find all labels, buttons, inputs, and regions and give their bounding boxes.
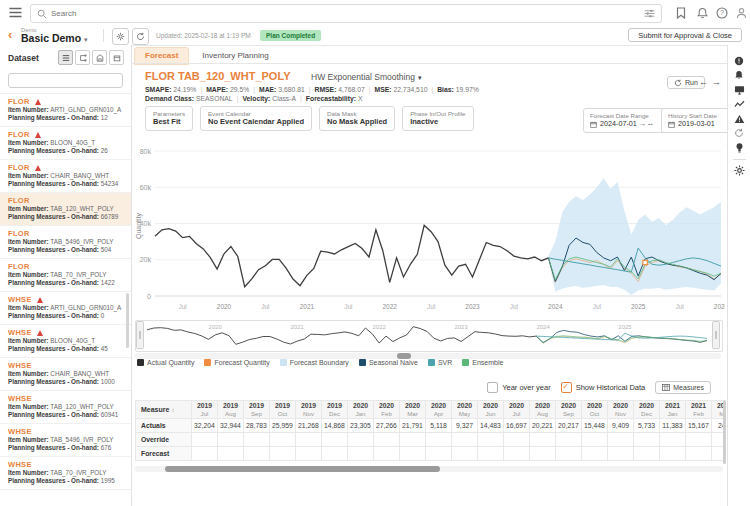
submit-approval-button[interactable]: Submit for Approval & Close	[628, 28, 742, 42]
parameter-card[interactable]: Phase In/Out ProfileInactive	[402, 106, 473, 131]
table-cell[interactable]: 32,944	[218, 419, 244, 433]
table-cell[interactable]	[608, 433, 634, 447]
chart-range-brush[interactable]: 202020212022202320242025	[135, 320, 723, 352]
table-cell[interactable]: 9,409	[608, 419, 634, 433]
global-search[interactable]	[30, 4, 662, 23]
show-historical-checkbox[interactable]: Show Historical Data	[561, 382, 646, 393]
table-cell[interactable]	[686, 433, 712, 447]
checkbox-icon[interactable]	[487, 382, 498, 393]
table-cell[interactable]	[374, 433, 400, 447]
table-cell[interactable]	[348, 447, 374, 461]
legend-item[interactable]: Forecast Boundary	[280, 359, 349, 366]
bookmark-icon[interactable]	[676, 7, 688, 19]
notifications-bell-icon[interactable]	[734, 70, 745, 81]
dataset-item[interactable]: WHSEItem Number: ARTI_GLND_GRN010_APlann…	[0, 292, 131, 325]
back-chevron-icon[interactable]: ‹	[8, 26, 12, 44]
table-cell[interactable]	[556, 433, 582, 447]
table-cell[interactable]	[452, 433, 478, 447]
table-cell[interactable]	[504, 433, 530, 447]
settings-gear-icon[interactable]	[734, 165, 745, 176]
legend-item[interactable]: Actual Quantity	[137, 359, 194, 366]
table-cell[interactable]	[244, 433, 270, 447]
table-cell[interactable]: 28,783	[244, 419, 270, 433]
table-scrollbar[interactable]	[135, 466, 723, 472]
dataset-item[interactable]: WHSEItem Number: TAB_120_WHT_POLYPlannin…	[0, 391, 131, 424]
table-cell[interactable]	[322, 447, 348, 461]
plan-title-block[interactable]: Demo Basic Demo▾	[21, 27, 88, 45]
table-cell[interactable]: 21,268	[296, 419, 322, 433]
table-scrollbar-thumb[interactable]	[165, 466, 440, 472]
location-view-icon[interactable]	[92, 50, 107, 65]
dataset-item[interactable]: WHSEItem Number: TAB_70_IVR_POLYPlanning…	[0, 457, 131, 490]
table-cell[interactable]	[660, 433, 686, 447]
parameter-card[interactable]: Data MaskNo Mask Applied	[319, 106, 395, 131]
table-cell[interactable]: 9,327	[452, 419, 478, 433]
help-icon[interactable]: ?	[716, 7, 728, 19]
dataset-item[interactable]: FLORItem Number: BLOON_40G_TPlanning Mea…	[0, 127, 131, 160]
table-cell[interactable]: 20,217	[556, 419, 582, 433]
list-view-icon[interactable]	[58, 50, 73, 65]
sync-refresh-icon[interactable]	[734, 128, 745, 139]
table-cell[interactable]	[296, 433, 322, 447]
table-cell[interactable]: 25,959	[270, 419, 296, 433]
table-cell[interactable]	[218, 447, 244, 461]
table-cell[interactable]	[192, 433, 218, 447]
next-item-arrow[interactable]: →	[712, 77, 721, 87]
table-cell[interactable]: 23,305	[348, 419, 374, 433]
plan-refresh-button[interactable]	[132, 28, 149, 45]
dataset-item[interactable]: FLORItem Number: TAB_70_IVR_POLYPlanning…	[0, 259, 131, 292]
table-cell[interactable]	[296, 447, 322, 461]
table-cell[interactable]	[686, 447, 712, 461]
table-cell[interactable]: 5,118	[426, 419, 452, 433]
table-cell[interactable]: 5,733	[634, 419, 660, 433]
table-cell[interactable]	[608, 447, 634, 461]
table-cell[interactable]: 15,448	[582, 419, 608, 433]
table-cell[interactable]	[244, 447, 270, 461]
table-cell[interactable]	[426, 433, 452, 447]
table-cell[interactable]	[374, 447, 400, 461]
alert-circle-icon[interactable]	[734, 55, 745, 66]
table-cell[interactable]	[712, 447, 724, 461]
table-cell[interactable]: 15,167	[686, 419, 712, 433]
main-vertical-scrollbar[interactable]	[723, 400, 726, 464]
table-cell[interactable]: 24,7	[712, 419, 724, 433]
table-cell[interactable]	[400, 433, 426, 447]
dataset-item[interactable]: FLORItem Number: TAB_5496_IVR_POLYPlanni…	[0, 226, 131, 259]
table-cell[interactable]: 21,791	[400, 419, 426, 433]
year-over-year-checkbox[interactable]: Year over year	[487, 382, 551, 393]
insights-lightbulb-icon[interactable]	[734, 142, 745, 153]
legend-item[interactable]: Seasonal Naive	[359, 359, 418, 366]
history-start-date[interactable]: History Start Date 2019-03-01	[661, 108, 733, 133]
dataset-search-input[interactable]	[8, 73, 123, 88]
legend-item[interactable]: Forecast Quantity	[204, 359, 269, 366]
table-cell[interactable]	[504, 447, 530, 461]
table-cell[interactable]	[270, 447, 296, 461]
table-cell[interactable]: 20,221	[530, 419, 556, 433]
item-view-icon[interactable]	[109, 50, 124, 65]
table-cell[interactable]	[582, 447, 608, 461]
dataset-item[interactable]: WHSEItem Number: CHAIR_BANQ_WHTPlanning …	[0, 358, 131, 391]
dataset-item[interactable]: WHSEItem Number: TAB_5496_IVR_POLYPlanni…	[0, 424, 131, 457]
trend-line-icon[interactable]	[734, 99, 745, 110]
table-cell[interactable]: 11,383	[660, 419, 686, 433]
table-cell[interactable]: 27,266	[374, 419, 400, 433]
table-cell[interactable]	[192, 447, 218, 461]
display-monitor-icon[interactable]	[734, 84, 745, 95]
forecast-chart[interactable]: 020k40k60k80kQuantityJul2020Jul2021Jul20…	[135, 140, 725, 314]
table-cell[interactable]	[634, 447, 660, 461]
table-cell[interactable]	[712, 433, 724, 447]
legend-item[interactable]: Ensemble	[462, 359, 503, 366]
table-cell[interactable]	[452, 447, 478, 461]
dataset-item[interactable]: FLORItem Number: ARTI_GLND_GRN010_APlann…	[0, 94, 131, 127]
table-cell[interactable]: 16,697	[504, 419, 530, 433]
table-cell[interactable]	[478, 447, 504, 461]
model-selector[interactable]: HW Exponential Smoothing▾	[311, 72, 421, 82]
table-cell[interactable]: 14,483	[478, 419, 504, 433]
legend-item[interactable]: SVR	[428, 359, 452, 366]
table-cell[interactable]	[530, 433, 556, 447]
table-cell[interactable]	[556, 447, 582, 461]
table-cell[interactable]	[348, 433, 374, 447]
search-filter-icon[interactable]	[644, 9, 655, 18]
table-cell[interactable]: 14,868	[322, 419, 348, 433]
checkbox-icon[interactable]	[561, 382, 572, 393]
